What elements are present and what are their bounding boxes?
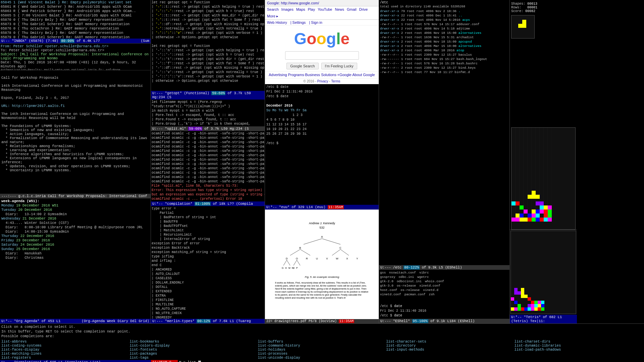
completions-status: U:--- *Completions* of 505 L1 (Completio… bbox=[0, 360, 151, 362]
google-settings-link[interactable]: | Settings bbox=[290, 20, 306, 24]
svg-rect-97 bbox=[541, 301, 544, 304]
completion-item[interactable]: list-dynamic-libraries bbox=[515, 344, 643, 348]
completion-item[interactable]: list-charset-dirs bbox=[515, 340, 643, 344]
completion-item[interactable]: list-processes bbox=[258, 352, 386, 356]
terms-link[interactable]: Terms bbox=[331, 79, 340, 83]
google-webhistory-link[interactable]: Web History bbox=[267, 20, 287, 24]
svg-rect-31 bbox=[522, 24, 526, 28]
completion-item[interactable]: list-tags bbox=[129, 356, 258, 360]
completion-item[interactable]: list-directory bbox=[386, 344, 514, 348]
tetris-main bbox=[510, 127, 577, 230]
svg-line-10 bbox=[340, 249, 349, 255]
tree-diagram: Andrew J. Kennedy 532 A B C D bbox=[273, 219, 371, 310]
svg-rect-86 bbox=[534, 307, 538, 311]
svg-rect-79 bbox=[511, 307, 514, 311]
svg-rect-99 bbox=[521, 291, 524, 295]
svg-line-7 bbox=[290, 249, 300, 255]
google-ad-links: Advertising Programs·Business Solutions·… bbox=[265, 71, 379, 78]
svg-rect-60 bbox=[532, 209, 536, 214]
svg-rect-105 bbox=[528, 297, 531, 301]
svg-rect-70 bbox=[536, 195, 540, 199]
completion-item[interactable]: list-fontsets bbox=[129, 348, 258, 352]
completion-item[interactable]: list-input-methods bbox=[386, 348, 514, 352]
tetris-board-svg bbox=[512, 128, 552, 222]
google-maps-link[interactable]: Maps bbox=[296, 7, 305, 11]
click-text: Click on a completion to select it. bbox=[1, 324, 643, 329]
google-search-input[interactable] bbox=[285, 51, 359, 60]
svg-rect-30 bbox=[518, 24, 522, 28]
completion-item[interactable]: list-load-path-shadows bbox=[515, 348, 643, 352]
code-panel-top: let rec getopt opt = function | '-'::t::… bbox=[151, 0, 265, 100]
svg-rect-85 bbox=[531, 307, 534, 311]
google-youtube-link[interactable]: YouTube bbox=[318, 7, 332, 11]
email-body: Call for Workshop Proposals 14th Interna… bbox=[0, 70, 151, 194]
svg-text:X: X bbox=[346, 257, 348, 260]
merlin-status: U:--- *merlin-types* 00-12% of 7.6k L1 (… bbox=[151, 319, 265, 323]
svg-rect-61 bbox=[536, 209, 540, 214]
google-news-link[interactable]: News bbox=[335, 7, 344, 11]
euu-status: U:*-- *euu* of 329 L14 (euu) 11:35AM bbox=[265, 205, 379, 209]
svg-rect-63 bbox=[544, 209, 548, 214]
google-drive-link[interactable]: Drive bbox=[359, 7, 368, 11]
svg-text:O: O bbox=[296, 257, 298, 260]
euu-panel: /etc $ date Fri Dec 2 11:31:40 2016 /etc… bbox=[265, 84, 379, 209]
google-gmail-link[interactable]: Gmail bbox=[347, 7, 357, 11]
svg-rect-101 bbox=[524, 295, 528, 298]
completion-item[interactable]: list-buffers bbox=[258, 340, 386, 344]
bottom-status-bars: U:--- *Completions* of 505 L1 (Completio… bbox=[0, 360, 644, 362]
completion-item[interactable]: list-command-history bbox=[258, 344, 386, 348]
tetris-bottom: U:*-- *Tetris* of 682 L1 (Tetris) Tex|11… bbox=[510, 230, 577, 323]
email-list-status: U:-- *INBOX* (65876) (7:48) 80-90% of 6.… bbox=[0, 39, 151, 43]
google-play-link[interactable]: Play bbox=[308, 7, 315, 11]
completion-item[interactable]: list-abbrevs bbox=[1, 340, 129, 344]
completion-grid: list-abbrevs list-bookmarks list-buffers… bbox=[0, 339, 644, 360]
email-line: 65878 0 { Thu Dmitry Bely } Re: GADT mem… bbox=[1, 31, 150, 35]
completion-item[interactable]: list-registers bbox=[1, 356, 129, 360]
possible-text: Possible completions are: bbox=[1, 334, 643, 339]
google-search-button[interactable]: Google Search bbox=[286, 63, 318, 69]
svg-rect-96 bbox=[538, 301, 541, 304]
svg-rect-52 bbox=[544, 218, 548, 222]
completion-item[interactable]: list-character-sets bbox=[386, 340, 514, 344]
prompt-bar[interactable]: M-x list- bbox=[178, 360, 644, 362]
svg-rect-103 bbox=[514, 301, 518, 304]
eshell-panel: /etc $ date Fri Dec 2 11:31:40 2016 /etc… bbox=[379, 303, 509, 323]
completion-item[interactable]: list-unicode-display bbox=[258, 356, 386, 360]
privacy-link[interactable]: Privacy bbox=[317, 79, 328, 83]
svg-rect-91 bbox=[534, 304, 538, 307]
tetris-mini-svg bbox=[511, 231, 544, 311]
tetris-next-piece bbox=[511, 15, 535, 39]
email-list[interactable]: 65845 1 {Wed Vincent Balat } Re: Empty p… bbox=[0, 0, 151, 39]
svg-line-20 bbox=[287, 260, 290, 265]
email-line: 65845 1 {Wed Vincent Balat } Re: Empty p… bbox=[1, 0, 150, 5]
svg-text:O: O bbox=[293, 267, 295, 269]
google-search-link[interactable]: Search bbox=[267, 7, 279, 11]
google-signin-link[interactable]: | Sign in bbox=[309, 20, 322, 24]
svg-text:Fig. 5. An example rendering: Fig. 5. An example rendering bbox=[305, 276, 339, 279]
completion-item[interactable]: list-bookmarks bbox=[129, 340, 258, 344]
google-url-bar[interactable]: Google: http://www.google.com/ bbox=[265, 0, 379, 6]
completion-item[interactable]: list-coding-systems bbox=[1, 344, 129, 348]
svg-rect-69 bbox=[532, 195, 536, 199]
svg-rect-75 bbox=[524, 209, 528, 214]
svg-text:C: C bbox=[339, 246, 341, 249]
email-line: 65861 R { Wed Gabriel Scherer } Re: Andr… bbox=[1, 5, 150, 9]
svg-rect-64 bbox=[548, 209, 552, 214]
completion-item[interactable]: list-matching-lines bbox=[1, 352, 129, 356]
email-line: 65873 0 { Thu Gabriel Scherer} Re: GADT … bbox=[1, 22, 150, 26]
google-second-nav: Web History | Settings | Sign in bbox=[265, 20, 379, 25]
time-status: 11:35AM 0 11 bbox=[151, 360, 178, 362]
svg-rect-57 bbox=[536, 214, 540, 218]
tetris-panel: Shapes: 00013 Rows: 00001 Score: 00082 bbox=[510, 0, 577, 323]
completion-item[interactable]: list-holidays bbox=[258, 348, 386, 352]
completion-item[interactable]: list-colors-display bbox=[129, 344, 258, 348]
svg-rect-95 bbox=[534, 301, 538, 304]
google-more-link[interactable]: More ▸ bbox=[267, 14, 278, 18]
google-lucky-button[interactable]: I'm Feeling Lucky bbox=[321, 63, 357, 69]
svg-text:U: U bbox=[316, 257, 318, 260]
completion-item[interactable]: list-packages bbox=[129, 352, 258, 356]
google-images-link[interactable]: Images bbox=[281, 7, 293, 11]
tetris-shapes: 00013 bbox=[527, 2, 537, 6]
completion-item[interactable]: list-faces-display bbox=[1, 348, 129, 352]
svg-rect-100 bbox=[521, 295, 524, 298]
